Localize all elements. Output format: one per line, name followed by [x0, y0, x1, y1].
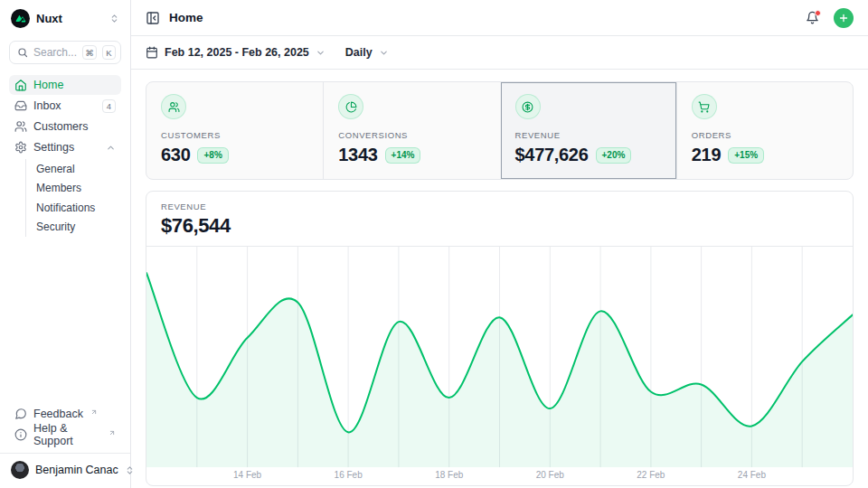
x-tick-label: 22 Feb: [637, 470, 665, 480]
stat-card-revenue[interactable]: REVENUE $477,626 +20%: [500, 82, 676, 179]
date-range-picker[interactable]: Feb 12, 2025 - Feb 26, 2025: [146, 46, 326, 59]
info-circle-icon: [14, 428, 27, 441]
page-title: Home: [169, 11, 797, 24]
users-icon: [14, 120, 27, 133]
sidebar-item-label: Customers: [33, 120, 116, 133]
stats-row: CUSTOMERS 630 +8% CONVERSIONS 1343 +14%: [146, 81, 854, 180]
sub-item-label: Security: [36, 221, 75, 233]
stat-value: $477,626: [515, 145, 589, 165]
inbox-count-badge: 4: [102, 99, 116, 113]
stat-card-orders[interactable]: ORDERS 219 +15%: [676, 82, 853, 179]
x-tick-label: 24 Feb: [738, 470, 766, 480]
nuxt-logo-icon: [11, 9, 30, 28]
user-name: Benjamin Canac: [35, 464, 118, 476]
settings-subnav: General Members Notifications Security: [25, 159, 121, 237]
shopping-cart-icon: [692, 94, 717, 119]
sub-item-label: General: [36, 163, 75, 175]
sidebar: Nuxt Search... ⌘ K Home: [0, 0, 131, 488]
sidebar-item-label: Inbox: [33, 99, 96, 112]
external-link-icon: [90, 408, 98, 416]
stat-delta-badge: +20%: [596, 147, 632, 164]
chevrons-up-down-icon: [109, 14, 119, 23]
x-tick-label: 20 Feb: [536, 470, 564, 480]
content: CUSTOMERS 630 +8% CONVERSIONS 1343 +14%: [131, 70, 868, 486]
chat-bubble-icon: [14, 408, 27, 420]
users-icon: [161, 94, 186, 119]
workspace-name: Nuxt: [36, 12, 103, 25]
search-icon: [17, 47, 28, 58]
x-tick-label: 16 Feb: [335, 470, 363, 480]
chart-metric-label: REVENUE: [161, 202, 838, 211]
sidebar-footer: Feedback Help & Support: [0, 404, 130, 448]
stat-value: 1343: [338, 145, 377, 165]
granularity-select[interactable]: Daily: [345, 46, 389, 59]
stat-value: 630: [161, 145, 190, 165]
sidebar-item-notifications[interactable]: Notifications: [26, 198, 121, 218]
stat-label: REVENUE: [515, 130, 662, 140]
inbox-icon: [14, 99, 27, 112]
pie-chart-icon: [338, 94, 363, 119]
main-panel: Home Feb 12, 2025 - Feb 26, 2025 Daily: [131, 0, 868, 488]
sidebar-item-inbox[interactable]: Inbox 4: [9, 96, 121, 116]
chevron-up-icon: [106, 143, 116, 153]
stat-delta-badge: +8%: [197, 147, 228, 164]
top-header: Home: [131, 0, 868, 36]
sidebar-nav: Home Inbox 4 Customers Settings: [0, 68, 130, 239]
sidebar-item-home[interactable]: Home: [9, 75, 121, 95]
sub-item-label: Notifications: [36, 202, 95, 214]
footer-link-label: Feedback: [33, 408, 83, 420]
sidebar-item-label: Home: [33, 79, 116, 91]
x-tick-label: 14 Feb: [233, 470, 261, 480]
stat-delta-badge: +15%: [728, 147, 764, 164]
workspace-switcher[interactable]: Nuxt: [0, 0, 130, 35]
stat-value: 219: [692, 145, 721, 165]
stat-label: CUSTOMERS: [161, 130, 308, 140]
stat-label: ORDERS: [692, 130, 838, 140]
sidebar-item-general[interactable]: General: [26, 159, 121, 179]
date-range-label: Feb 12, 2025 - Feb 26, 2025: [165, 46, 309, 59]
external-link-icon: [108, 429, 116, 436]
feedback-link[interactable]: Feedback: [9, 404, 121, 424]
search-input[interactable]: Search... ⌘ K: [9, 41, 121, 64]
chevron-down-icon: [316, 48, 326, 58]
calendar-icon: [146, 46, 158, 59]
revenue-area-chart: [146, 247, 853, 467]
sidebar-collapse-icon[interactable]: [146, 11, 160, 25]
stat-delta-badge: +14%: [385, 147, 421, 164]
granularity-label: Daily: [345, 46, 373, 59]
sidebar-item-label: Settings: [33, 141, 99, 154]
chart-x-axis: 14 Feb16 Feb18 Feb20 Feb22 Feb24 Feb: [146, 467, 853, 485]
dollar-circle-icon: [515, 94, 541, 119]
chart-metric-value: $76,544: [161, 214, 838, 238]
stat-card-customers[interactable]: CUSTOMERS 630 +8%: [146, 82, 323, 179]
kbd-key: K: [102, 45, 116, 60]
home-icon: [14, 79, 27, 91]
user-menu[interactable]: Benjamin Canac: [0, 453, 130, 488]
stat-card-conversions[interactable]: CONVERSIONS 1343 +14%: [323, 82, 499, 179]
avatar: [11, 461, 29, 479]
chart-plot-area[interactable]: [146, 247, 853, 467]
add-button[interactable]: [834, 8, 854, 28]
revenue-chart-card: REVENUE $76,544 14 Feb16 Feb18 Feb20 Feb…: [146, 191, 854, 486]
kbd-meta: ⌘: [82, 45, 97, 60]
sidebar-item-members[interactable]: Members: [26, 179, 121, 199]
sidebar-item-customers[interactable]: Customers: [9, 117, 121, 136]
search-placeholder: Search...: [33, 46, 77, 59]
filters-toolbar: Feb 12, 2025 - Feb 26, 2025 Daily: [131, 36, 868, 70]
sidebar-item-settings[interactable]: Settings: [9, 137, 121, 157]
chart-header: REVENUE $76,544: [146, 192, 853, 247]
chevron-down-icon: [379, 48, 389, 58]
dashboard-app: Nuxt Search... ⌘ K Home: [0, 0, 868, 488]
notification-dot: [815, 10, 821, 16]
footer-link-label: Help & Support: [33, 422, 101, 447]
notifications-bell-icon[interactable]: [806, 11, 819, 24]
sub-item-label: Members: [36, 182, 81, 194]
gear-icon: [14, 141, 27, 154]
stat-label: CONVERSIONS: [338, 130, 485, 140]
help-support-link[interactable]: Help & Support: [9, 425, 121, 445]
x-tick-label: 18 Feb: [435, 470, 463, 480]
sidebar-spacer: [0, 239, 130, 404]
sidebar-item-security[interactable]: Security: [26, 218, 121, 238]
